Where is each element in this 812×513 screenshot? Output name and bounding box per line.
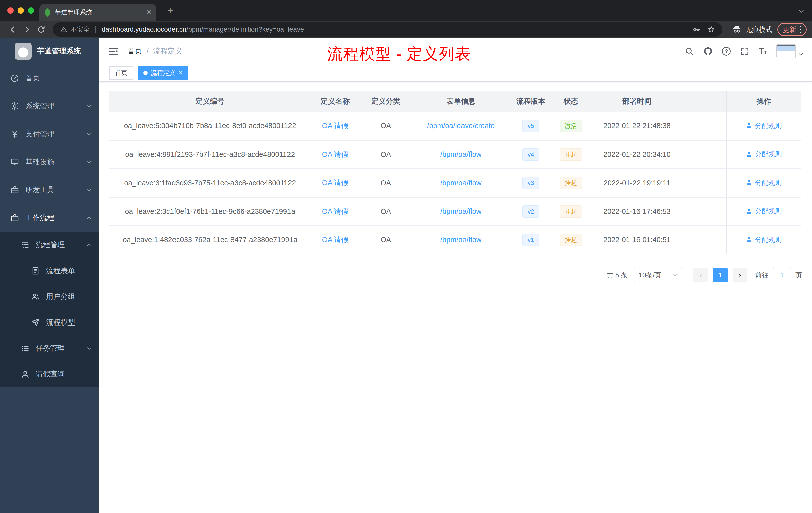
address-bar[interactable]: 不安全 dashboard.yudao.iocoder.cn/bpm/manag… [53, 22, 722, 37]
status-badge: 挂起 [560, 234, 582, 246]
form-link[interactable]: /bpm/oa/flow [440, 150, 482, 158]
operation-cell: 分配规则 [727, 197, 801, 225]
definition-name-link[interactable]: OA 请假 [322, 207, 349, 215]
hamburger-icon[interactable] [108, 46, 119, 57]
close-window-button[interactable] [7, 7, 13, 13]
chevron-down-icon [86, 131, 92, 137]
url-host: dashboard.yudao.iocoder.cn [102, 26, 186, 33]
sidebar-item-task-mgmt[interactable]: 任务管理 [0, 336, 99, 361]
prev-page-button[interactable]: ‹ [694, 268, 708, 282]
assign-rule-link[interactable]: 分配规则 [746, 121, 782, 130]
app-root: 芋道管理系统 首页系统管理支付管理基础设施研发工具工作流程流程管理流程表单用户分… [0, 38, 812, 513]
people-icon [31, 292, 40, 301]
sidebar-item-dev-tools[interactable]: 研发工具 [0, 176, 99, 204]
chevron-down-icon [672, 272, 678, 278]
security-status[interactable]: 不安全 [60, 25, 90, 34]
filler-header [684, 91, 727, 112]
goto-label: 前往 [755, 271, 768, 280]
assign-rule-link[interactable]: 分配规则 [746, 178, 782, 187]
sidebar-item-home[interactable]: 首页 [0, 64, 99, 92]
table-body: oa_leave:5:004b710b-7b8a-11ec-8ef0-acde4… [109, 112, 801, 254]
page-1-button[interactable]: 1 [713, 268, 728, 282]
filler-cell [684, 112, 727, 140]
user-icon [746, 179, 753, 186]
tag-close-icon[interactable]: × [178, 69, 182, 76]
sidebar-item-user-group[interactable]: 用户分组 [0, 283, 99, 309]
definition-name-link[interactable]: OA 请假 [322, 236, 349, 244]
user-icon [746, 122, 753, 129]
tab-close-icon[interactable]: × [147, 8, 151, 16]
url-text: dashboard.yudao.iocoder.cn/bpm/manager/d… [102, 26, 304, 33]
browser-tab[interactable]: 芋道管理系统 × [39, 3, 156, 21]
breadcrumb: 首页 / 流程定义 [127, 46, 182, 56]
definition-id: oa_leave:1:482ec033-762a-11ec-8477-a2380… [109, 225, 311, 254]
reload-button[interactable] [34, 22, 49, 37]
assign-rule-link[interactable]: 分配规则 [746, 150, 782, 159]
key-icon[interactable] [692, 25, 700, 34]
back-button[interactable] [5, 22, 20, 37]
assign-rule-link[interactable]: 分配规则 [746, 207, 782, 216]
sidebar-item-leave-query[interactable]: 请假查询 [0, 361, 99, 387]
page-size-value: 10条/页 [638, 271, 661, 280]
form-link[interactable]: /bpm/oa/leave/create [427, 122, 495, 130]
user-icon [746, 151, 753, 158]
logo-avatar [14, 43, 32, 60]
breadcrumb-current: 流程定义 [153, 46, 182, 56]
status-badge: 激活 [560, 120, 582, 132]
browser-menu-icon[interactable] [800, 26, 802, 33]
sidebar-item-workflow[interactable]: 工作流程 [0, 204, 99, 232]
tag-process-definition[interactable]: 流程定义 × [138, 66, 188, 80]
sidebar-item-system[interactable]: 系统管理 [0, 92, 99, 120]
fullscreen-icon[interactable] [740, 47, 750, 56]
font-size-icon[interactable]: TT [759, 47, 767, 56]
user-icon [746, 208, 753, 215]
send-icon [31, 318, 40, 327]
breadcrumb-separator: / [147, 47, 149, 56]
sidebar-item-payment[interactable]: 支付管理 [0, 120, 99, 148]
operation-cell: 分配规则 [727, 112, 801, 140]
app-header: 首页 / 流程定义 流程模型 - 定义列表 ? TT [99, 38, 812, 64]
user-avatar-menu[interactable] [776, 44, 804, 58]
forward-button[interactable] [20, 22, 34, 37]
sidebar-item-label: 流程表单 [46, 266, 92, 276]
deploy-time: 2022-01-22 21:48:38 [590, 112, 684, 140]
assign-rule-link[interactable]: 分配规则 [746, 235, 782, 244]
next-page-button[interactable]: › [733, 268, 747, 282]
minimize-window-button[interactable] [18, 7, 24, 13]
sidebar-item-label: 工作流程 [25, 213, 80, 223]
help-icon[interactable]: ? [722, 47, 731, 56]
goto-page-input[interactable] [773, 268, 791, 282]
definition-name-link[interactable]: OA 请假 [322, 179, 349, 187]
tag-home[interactable]: 首页 [109, 66, 133, 80]
maximize-window-button[interactable] [28, 7, 34, 13]
tab-search-chevron-icon[interactable] [798, 8, 805, 14]
definition-id: oa_leave:3:1fad3d93-7b75-11ec-a3c8-acde4… [109, 169, 311, 197]
sidebar-logo[interactable]: 芋道管理系统 [0, 38, 99, 64]
sidebar-item-process-model[interactable]: 流程模型 [0, 309, 99, 335]
sidebar-item-infrastructure[interactable]: 基础设施 [0, 148, 99, 176]
form-link[interactable]: /bpm/oa/flow [440, 179, 482, 187]
breadcrumb-home[interactable]: 首页 [127, 46, 142, 56]
tab-title: 芋道管理系统 [55, 8, 143, 16]
github-icon[interactable] [703, 47, 713, 56]
form-link[interactable]: /bpm/oa/flow [440, 236, 482, 244]
definitions-table: 定义编号定义名称定义分类表单信息流程版本状态部署时间操作 oa_leave:5:… [109, 91, 801, 254]
bookmark-star-icon[interactable] [707, 25, 715, 34]
user-icon [746, 236, 753, 243]
form-link[interactable]: /bpm/oa/flow [440, 207, 482, 215]
sidebar-item-process-mgmt[interactable]: 流程管理 [0, 232, 99, 258]
status-badge: 挂起 [560, 205, 582, 218]
sidebar-item-process-form[interactable]: 流程表单 [0, 258, 99, 283]
table-row: oa_leave:4:991f2193-7b7f-11ec-a3c8-acde4… [109, 140, 801, 169]
browser-menu-update-chip[interactable]: 更新 [777, 23, 807, 36]
page-size-select[interactable]: 10条/页 [634, 268, 683, 282]
definition-category: OA [360, 225, 411, 254]
header-actions: ? TT [685, 44, 804, 58]
definition-name-link[interactable]: OA 请假 [322, 150, 349, 158]
definition-name-link[interactable]: OA 请假 [322, 122, 349, 130]
chevron-down-icon [86, 159, 92, 165]
gear-icon [10, 102, 19, 111]
new-tab-button[interactable]: + [165, 5, 176, 16]
deploy-time: 2022-01-22 19:19:11 [590, 169, 684, 197]
search-icon[interactable] [685, 47, 694, 56]
